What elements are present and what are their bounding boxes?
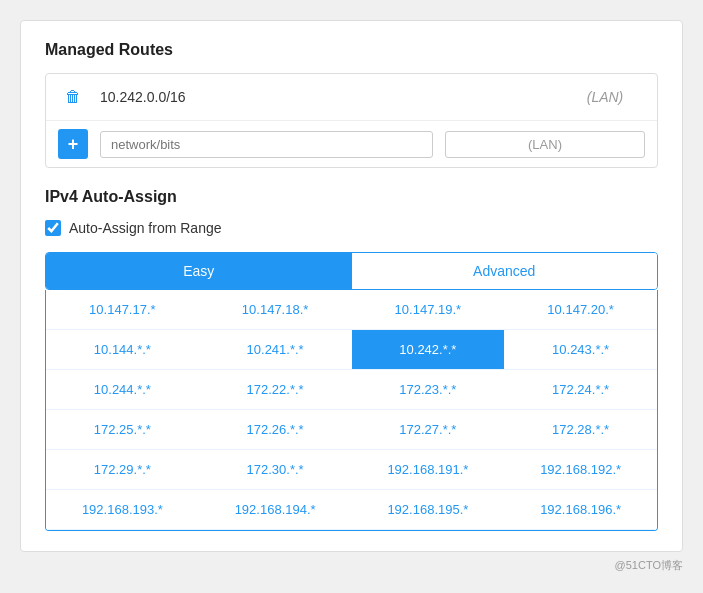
ip-cell[interactable]: 192.168.196.* — [504, 490, 657, 530]
ip-cell[interactable]: 172.24.*.* — [504, 370, 657, 410]
auto-assign-label: Auto-Assign from Range — [69, 220, 222, 236]
ip-cell[interactable]: 10.243.*.* — [504, 330, 657, 370]
tab-row: Easy Advanced — [45, 252, 658, 290]
ipv4-auto-assign-section: IPv4 Auto-Assign Auto-Assign from Range — [45, 188, 658, 236]
delete-route-button[interactable]: 🗑 — [58, 82, 88, 112]
managed-routes-section: Managed Routes 🗑 10.242.0.0/16 (LAN) + (… — [45, 41, 658, 168]
main-card: Managed Routes 🗑 10.242.0.0/16 (LAN) + (… — [20, 20, 683, 552]
ipv4-auto-assign-title: IPv4 Auto-Assign — [45, 188, 658, 206]
watermark: @51CTO博客 — [20, 558, 683, 573]
ip-cell[interactable]: 192.168.191.* — [352, 450, 505, 490]
existing-route-address: 10.242.0.0/16 — [100, 89, 553, 105]
ip-cell[interactable]: 10.147.17.* — [46, 290, 199, 330]
new-route-label: (LAN) — [445, 131, 645, 158]
ip-cell[interactable]: 172.30.*.* — [199, 450, 352, 490]
auto-assign-checkbox-row: Auto-Assign from Range — [45, 220, 658, 236]
existing-route-label: (LAN) — [565, 89, 645, 105]
new-route-row: + (LAN) — [46, 121, 657, 167]
ip-cell[interactable]: 10.147.18.* — [199, 290, 352, 330]
add-route-button[interactable]: + — [58, 129, 88, 159]
ip-cell[interactable]: 192.168.195.* — [352, 490, 505, 530]
ip-cell[interactable]: 172.28.*.* — [504, 410, 657, 450]
tab-easy[interactable]: Easy — [46, 253, 352, 289]
route-list: 🗑 10.242.0.0/16 (LAN) + (LAN) — [45, 73, 658, 168]
ip-cell[interactable]: 10.147.19.* — [352, 290, 505, 330]
ip-cell[interactable]: 10.242.*.* — [352, 330, 505, 370]
ip-cell[interactable]: 192.168.194.* — [199, 490, 352, 530]
ip-cell[interactable]: 10.241.*.* — [199, 330, 352, 370]
new-route-input[interactable] — [100, 131, 433, 158]
ip-cell[interactable]: 172.25.*.* — [46, 410, 199, 450]
ip-grid-container: 10.147.17.*10.147.18.*10.147.19.*10.147.… — [45, 290, 658, 531]
ip-cell[interactable]: 172.29.*.* — [46, 450, 199, 490]
ip-cell[interactable]: 10.147.20.* — [504, 290, 657, 330]
ip-cell[interactable]: 172.26.*.* — [199, 410, 352, 450]
tab-advanced[interactable]: Advanced — [352, 253, 658, 289]
auto-assign-checkbox[interactable] — [45, 220, 61, 236]
managed-routes-title: Managed Routes — [45, 41, 658, 59]
ip-cell[interactable]: 172.23.*.* — [352, 370, 505, 410]
ip-cell[interactable]: 172.22.*.* — [199, 370, 352, 410]
trash-icon: 🗑 — [65, 88, 81, 106]
ip-grid: 10.147.17.*10.147.18.*10.147.19.*10.147.… — [46, 290, 657, 530]
existing-route-row: 🗑 10.242.0.0/16 (LAN) — [46, 74, 657, 121]
ip-cell[interactable]: 10.244.*.* — [46, 370, 199, 410]
ip-cell[interactable]: 172.27.*.* — [352, 410, 505, 450]
ip-cell[interactable]: 192.168.192.* — [504, 450, 657, 490]
ip-cell[interactable]: 192.168.193.* — [46, 490, 199, 530]
ip-cell[interactable]: 10.144.*.* — [46, 330, 199, 370]
